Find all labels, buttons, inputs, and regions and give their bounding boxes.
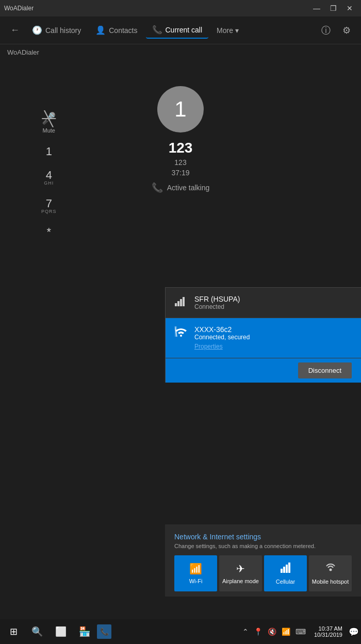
xxxx-info: XXXX-36c2 Connected, secured Properties <box>194 325 352 351</box>
net-settings-title[interactable]: Network & Internet settings <box>174 533 352 541</box>
contacts-icon: 👤 <box>95 25 106 35</box>
store-button[interactable]: 🏪 <box>73 620 96 643</box>
keyboard-icon[interactable]: ⌨ <box>293 626 308 637</box>
notification-button[interactable]: 💬 <box>349 626 359 637</box>
xxxx-name: XXXX-36c2 <box>194 325 352 334</box>
svg-rect-3 <box>183 297 185 306</box>
wifi-tile-icon: 📶 <box>189 563 202 575</box>
settings-button[interactable]: ⚙ <box>338 22 355 39</box>
network-panel: SFR (HSUPA) Connected XXXX-36c2 Connecte… <box>165 287 361 383</box>
nav-contacts[interactable]: 👤 Contacts <box>89 22 143 38</box>
taskbar-clock[interactable]: 10:37 AM 10/31/2019 <box>310 625 347 638</box>
nav-call-history-label: Call history <box>45 26 81 35</box>
airplane-tile-label: Airplane mode <box>222 578 259 584</box>
sfr-signal-icon <box>175 296 187 309</box>
start-icon: ⊞ <box>10 626 18 637</box>
properties-link[interactable]: Properties <box>194 343 223 350</box>
active-talking-icon: 📞 <box>152 182 163 193</box>
info-button[interactable]: ⓘ <box>318 22 334 39</box>
wifi-tile[interactable]: 📶 Wi-Fi <box>174 555 217 591</box>
title-bar-title: WoADialer <box>4 5 34 12</box>
title-bar-left: WoADialer <box>4 5 34 12</box>
wifi-tile-label: Wi-Fi <box>189 578 203 584</box>
nav-current-call[interactable]: 📞 Current call <box>146 22 209 39</box>
active-talking-row: 📞 Active talking <box>152 182 209 193</box>
sfr-name: SFR (HSUPA) <box>194 295 352 303</box>
svg-point-4 <box>180 335 182 337</box>
current-call-icon: 📞 <box>152 25 162 35</box>
svg-rect-8 <box>283 567 285 573</box>
store-icon: 🏪 <box>79 626 90 637</box>
net-settings-section: Network & Internet settings Change setti… <box>165 524 361 597</box>
active-talking-label: Active talking <box>167 184 209 192</box>
network-item-sfr[interactable]: SFR (HSUPA) Connected <box>166 288 361 318</box>
hotspot-tile[interactable]: Mobile hotspot <box>309 555 352 591</box>
caller-number-sub: 123 <box>174 158 186 167</box>
cellular-tile[interactable]: Cellular <box>264 555 307 591</box>
cellular-tile-label: Cellular <box>276 579 295 585</box>
disconnect-button[interactable]: Disconnect <box>298 362 352 378</box>
dialpad-key-1[interactable]: 1 <box>46 146 52 157</box>
nav-more-label: More ▾ <box>217 26 239 35</box>
taskbar-system-icons: ⌃ 📍 🔇 📶 ⌨ <box>240 626 308 637</box>
mute-button[interactable]: 🎤╲ Mute <box>42 112 56 134</box>
mute-label: Mute <box>43 127 55 134</box>
tray-app-icon: 📞 <box>100 628 109 636</box>
svg-rect-2 <box>180 299 182 306</box>
clock-time: 10:37 AM <box>319 625 342 632</box>
sfr-info: SFR (HSUPA) Connected <box>194 295 352 310</box>
title-bar-controls: — ❐ ✕ <box>309 3 357 13</box>
dialpad-area: 🎤╲ Mute 1 4 GHI 7 PQRS * <box>41 112 57 238</box>
airplane-tile[interactable]: ✈ Airplane mode <box>219 555 262 591</box>
clock-date: 10/31/2019 <box>314 632 342 638</box>
xxxx-status: Connected, secured <box>194 334 352 341</box>
net-tiles: 📶 Wi-Fi ✈ Airplane mode Cellular <box>174 555 352 591</box>
call-timer: 37:19 <box>171 169 189 177</box>
svg-rect-10 <box>288 563 290 573</box>
location-icon[interactable]: 📍 <box>252 626 265 637</box>
minimize-button[interactable]: — <box>309 3 324 13</box>
back-button[interactable]: ← <box>6 23 24 38</box>
nav-current-call-label: Current call <box>166 26 203 34</box>
mute-icon: 🎤╲ <box>42 112 56 125</box>
taskbar-right: ⌃ 📍 🔇 📶 ⌨ 10:37 AM 10/31/2019 💬 <box>240 625 359 638</box>
airplane-tile-icon: ✈ <box>236 563 245 575</box>
net-settings-desc: Change settings, such as making a connec… <box>174 543 352 549</box>
network-icon[interactable]: 📶 <box>280 626 292 637</box>
notification-icon: 💬 <box>349 627 359 637</box>
svg-rect-9 <box>286 565 288 573</box>
app-tray-icon[interactable]: 📞 <box>97 624 111 639</box>
hotspot-tile-label: Mobile hotspot <box>312 579 349 585</box>
call-history-icon: 🕐 <box>32 25 42 35</box>
taskbar: ⊞ 🔍 ⬜ 🏪 📞 ⌃ 📍 🔇 📶 ⌨ 10:37 AM 10/31/2019 … <box>0 619 361 644</box>
dialpad-key-4[interactable]: 4 GHI <box>44 170 54 186</box>
network-item-xxxx[interactable]: XXXX-36c2 Connected, secured Properties <box>166 318 361 358</box>
close-button[interactable]: ✕ <box>342 3 357 13</box>
chevron-icon[interactable]: ⌃ <box>240 626 251 637</box>
title-bar: WoADialer — ❐ ✕ <box>0 0 361 16</box>
dialpad-key-7[interactable]: 7 PQRS <box>41 198 57 214</box>
nav-bar: ← 🕐 Call history 👤 Contacts 📞 Current ca… <box>0 16 361 44</box>
nav-settings-area: ⓘ ⚙ <box>318 22 355 39</box>
search-button[interactable]: 🔍 <box>26 620 48 643</box>
nav-more[interactable]: More ▾ <box>210 23 245 38</box>
search-icon: 🔍 <box>31 626 43 637</box>
app-label: WoADialer <box>0 44 361 60</box>
nav-contacts-label: Contacts <box>109 26 137 35</box>
svg-rect-0 <box>175 303 177 306</box>
hotspot-tile-icon <box>325 563 336 575</box>
task-view-button[interactable]: ⬜ <box>50 620 72 643</box>
restore-button[interactable]: ❐ <box>326 3 340 13</box>
dialpad-key-star[interactable]: * <box>46 226 51 238</box>
disconnect-row: Disconnect <box>166 358 361 383</box>
avatar: 1 <box>157 86 204 133</box>
sfr-status: Connected <box>194 303 352 310</box>
volume-icon[interactable]: 🔇 <box>266 626 278 637</box>
main-content: 🎤╲ Mute 1 4 GHI 7 PQRS * 1 123 123 37:19… <box>0 60 361 566</box>
nav-call-history[interactable]: 🕐 Call history <box>26 22 87 38</box>
start-button[interactable]: ⊞ <box>2 620 25 643</box>
svg-point-11 <box>329 568 332 571</box>
task-view-icon: ⬜ <box>55 626 67 637</box>
cellular-tile-icon <box>281 563 291 575</box>
svg-rect-7 <box>281 569 283 573</box>
